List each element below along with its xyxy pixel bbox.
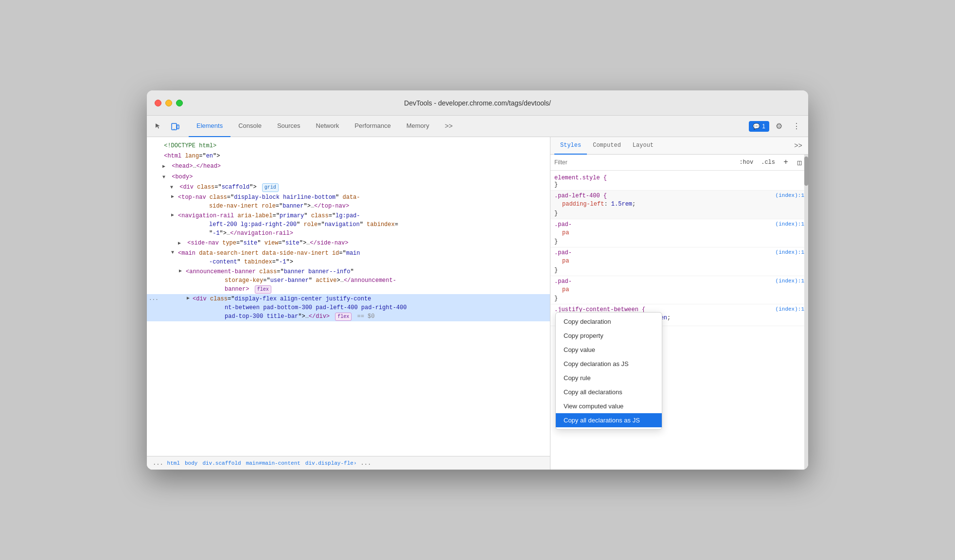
dom-line-scaffold[interactable]: ▼ <div class="scaffold"> grid: [147, 182, 550, 192]
styles-more-tabs[interactable]: >>: [792, 140, 804, 152]
select-element-button[interactable]: [151, 119, 166, 134]
breadcrumb: ... html body div.scaffold main#main-con…: [147, 456, 550, 470]
filter-layout-button[interactable]: ◫: [795, 158, 804, 167]
tab-console[interactable]: Console: [230, 116, 269, 137]
badge-flex-div[interactable]: flex: [335, 313, 352, 321]
expand-arrow: ▼: [170, 184, 176, 192]
settings-button[interactable]: ⚙: [771, 119, 787, 134]
context-menu-copy-all-declarations[interactable]: Copy all declarations: [556, 385, 662, 399]
pad-2-selector-row: .pad- (index):1: [554, 221, 804, 228]
scrollbar-thumb[interactable]: [804, 157, 808, 186]
pad-2-rule: pa: [554, 228, 804, 239]
element-style-close: }: [554, 181, 804, 188]
pad-3-close: }: [554, 267, 804, 274]
device-toolbar-button[interactable]: [167, 119, 183, 134]
filter-pseudo-button[interactable]: :hov: [737, 158, 755, 167]
minimize-button[interactable]: [165, 100, 172, 106]
expand-arrow: ▶: [179, 267, 185, 275]
expand-arrow: ▶: [171, 193, 177, 200]
tab-elements[interactable]: Elements: [189, 116, 230, 137]
pad-4-rule: pa: [554, 285, 804, 296]
dom-line-banner[interactable]: ▶ <announcement-banner class="banner ban…: [147, 267, 550, 294]
toolbar-icons: [151, 119, 183, 134]
expand-arrow: ▼: [171, 249, 177, 256]
scrollbar-track[interactable]: [804, 155, 808, 470]
dom-line-html[interactable]: <html lang="en">: [147, 151, 550, 161]
context-menu-copy-declaration[interactable]: Copy declaration: [556, 315, 662, 329]
expand-arrow: ▶: [171, 211, 177, 219]
pad-left-400-selector-row: .pad-left-400 { (index):1: [554, 192, 804, 199]
tab-performance[interactable]: Performance: [347, 116, 398, 137]
devtools-toolbar: Elements Console Sources Network Perform…: [147, 116, 808, 137]
pad-4-source[interactable]: (index):1: [776, 278, 804, 284]
toolbar-tabs: Elements Console Sources Network Perform…: [189, 116, 749, 137]
dom-line-doctype[interactable]: <!DOCTYPE html>: [147, 141, 550, 151]
expand-arrow: ▶: [178, 240, 184, 247]
traffic-lights: [155, 100, 183, 106]
justify-source[interactable]: (index):1: [776, 306, 804, 312]
pad-4-close: }: [554, 295, 804, 302]
breadcrumb-main[interactable]: main#main-content: [244, 459, 302, 467]
expand-arrow: ▶: [187, 295, 193, 302]
context-menu-copy-value[interactable]: Copy value: [556, 343, 662, 357]
tab-layout[interactable]: Layout: [627, 137, 659, 155]
dom-line-head[interactable]: ▶ <head>…</head>: [147, 161, 550, 172]
breadcrumb-div[interactable]: div.display-fle›: [303, 459, 359, 467]
breadcrumb-scaffold[interactable]: div.scaffold: [200, 459, 243, 467]
pad-left-400-block: .pad-left-400 { (index):1 padding-left: …: [550, 191, 808, 219]
dom-line-main[interactable]: ▼ <main data-search-inert data-side-nav-…: [147, 248, 550, 267]
close-button[interactable]: [155, 100, 161, 106]
pad-left-400-source[interactable]: (index):1: [776, 192, 804, 198]
styles-panel: Styles Computed Layout >> :hov .cls + ◫ …: [550, 137, 808, 470]
notification-count: 1: [762, 123, 765, 130]
dom-line-div-selected[interactable]: ... ▶ <div class="display-flex align-cen…: [147, 294, 550, 321]
badge-flex-banner[interactable]: flex: [255, 285, 271, 294]
breadcrumb-ellipsis-right[interactable]: ...: [358, 459, 373, 468]
context-menu-view-computed[interactable]: View computed value: [556, 399, 662, 413]
filter-bar: :hov .cls + ◫: [550, 155, 808, 171]
toolbar-right: 💬 1 ⚙ ⋮: [749, 119, 804, 134]
breadcrumb-body[interactable]: body: [183, 459, 199, 467]
context-menu-copy-all-as-js[interactable]: Copy all declarations as JS: [556, 413, 662, 427]
dom-line-body[interactable]: ▼ <body>: [147, 172, 550, 182]
filter-cls-button[interactable]: .cls: [759, 158, 777, 167]
pad-block-4: .pad- (index):1 pa }: [550, 276, 808, 305]
dom-line-topnav[interactable]: ▶ <top-nav class="display-block hairline…: [147, 192, 550, 211]
maximize-button[interactable]: [176, 100, 183, 106]
tab-computed[interactable]: Computed: [587, 137, 627, 155]
breadcrumb-html[interactable]: html: [165, 459, 182, 467]
title-bar: DevTools - developer.chrome.com/tags/dev…: [147, 90, 808, 116]
window-title: DevTools - developer.chrome.com/tags/dev…: [404, 99, 551, 107]
context-menu-copy-rule[interactable]: Copy rule: [556, 371, 662, 385]
pad-block-3: .pad- (index):1 pa }: [550, 247, 808, 276]
dom-line-navrail[interactable]: ▶ <navigation-rail aria-label="primary" …: [147, 211, 550, 238]
context-menu-copy-property[interactable]: Copy property: [556, 329, 662, 343]
element-style-block: element.style { }: [550, 173, 808, 191]
tab-memory[interactable]: Memory: [399, 116, 437, 137]
pad-3-rule: pa: [554, 256, 804, 267]
notification-button[interactable]: 💬 1: [749, 121, 769, 132]
tab-network[interactable]: Network: [308, 116, 347, 137]
more-options-button[interactable]: ⋮: [789, 119, 804, 134]
svg-rect-1: [177, 125, 179, 129]
filter-input[interactable]: [554, 157, 733, 168]
badge-grid[interactable]: grid: [262, 183, 279, 192]
tab-styles[interactable]: Styles: [554, 137, 587, 155]
breadcrumb-ellipsis-left[interactable]: ...: [151, 459, 165, 468]
tab-sources[interactable]: Sources: [269, 116, 308, 137]
dom-line-sidenav[interactable]: ▶ <side-nav type="site" view="site">…</s…: [147, 238, 550, 248]
pad-left-400-close: }: [554, 210, 804, 217]
elements-content[interactable]: <!DOCTYPE html> <html lang="en"> ▶ <head…: [147, 137, 550, 456]
pad-3-source[interactable]: (index):1: [776, 249, 804, 255]
pad-2-source[interactable]: (index):1: [776, 221, 804, 227]
pad-3-selector-row: .pad- (index):1: [554, 249, 804, 256]
doctype-text: <!DOCTYPE html>: [164, 142, 216, 149]
expand-arrow: ▶: [162, 163, 168, 171]
tab-more[interactable]: >>: [437, 116, 460, 137]
context-menu-copy-declaration-js[interactable]: Copy declaration as JS: [556, 357, 662, 371]
tag-html: <html: [164, 153, 185, 159]
filter-add-button[interactable]: +: [781, 158, 791, 167]
notification-icon: 💬: [753, 123, 760, 130]
dots-left: ...: [149, 295, 159, 303]
element-style-selector: element.style {: [554, 175, 804, 181]
